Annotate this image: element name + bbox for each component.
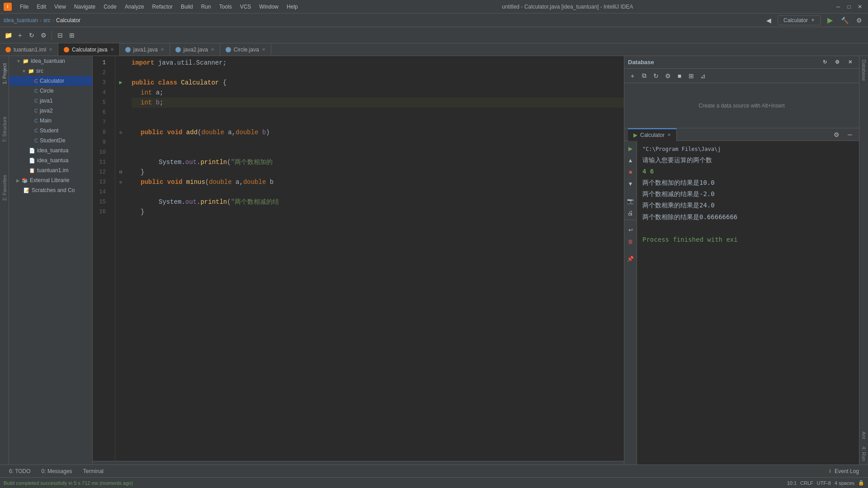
tree-item-main[interactable]: C Main xyxy=(9,116,92,126)
tab-circle-java[interactable]: Circle.java ✕ xyxy=(220,43,271,56)
nav-back-button[interactable]: ◀ xyxy=(763,15,774,26)
run-config-selector[interactable]: Calculator ▼ xyxy=(778,15,821,25)
tree-item-external-libraries[interactable]: ▶ 📚 External Librarie xyxy=(9,175,92,185)
menu-run[interactable]: Run xyxy=(198,3,215,11)
run-stop-btn[interactable]: ■ xyxy=(626,167,636,177)
menu-file[interactable]: File xyxy=(16,3,32,11)
breadcrumb-file[interactable]: Calculator xyxy=(56,17,80,23)
menu-navigate[interactable]: Navigate xyxy=(71,3,99,11)
run-down-btn[interactable]: ▼ xyxy=(626,179,636,189)
tree-item-student[interactable]: C Student xyxy=(9,126,92,136)
db-filter-btn[interactable]: ⊿ xyxy=(698,70,708,81)
db-btn-1[interactable]: ↻ xyxy=(819,57,830,68)
run-panel-close[interactable]: ─ xyxy=(844,129,855,140)
bottom-tab-event-log[interactable]: ℹ Event Log xyxy=(824,465,864,478)
tree-item-circle[interactable]: C Circle xyxy=(9,86,92,96)
maximize-button[interactable]: □ xyxy=(844,2,854,11)
toolbar-collapse-btn[interactable]: ⊟ xyxy=(55,30,66,41)
tree-item-studentde[interactable]: C StudentDe xyxy=(9,136,92,145)
run-pin-btn[interactable]: 📌 xyxy=(626,254,636,264)
tab-java1-java[interactable]: java1.java ✕ xyxy=(120,43,170,56)
editor-scrollbar[interactable] xyxy=(93,461,624,465)
tab-tuantuan-iml[interactable]: tuantuan1.iml ✕ xyxy=(0,43,58,56)
bottom-tab-terminal[interactable]: Terminal xyxy=(78,465,109,478)
menu-view[interactable]: View xyxy=(51,3,70,11)
breadcrumb-project[interactable]: idea_tuantuan xyxy=(4,17,38,23)
settings-button[interactable]: ⚙ xyxy=(854,15,864,26)
line-num-5: 5 xyxy=(93,98,109,108)
run-screenshot-btn[interactable]: 📷 xyxy=(626,196,636,206)
tab-close-java2[interactable]: ✕ xyxy=(211,47,214,52)
gutter-method-close-icon[interactable]: ⊟ xyxy=(115,167,126,177)
menu-window[interactable]: Window xyxy=(255,3,282,11)
build-button[interactable]: 🔨 xyxy=(839,15,850,26)
menu-code[interactable]: Code xyxy=(100,3,120,11)
code-text[interactable]: import java.util.Scanner; public class C… xyxy=(126,56,624,461)
tab-calculator-java[interactable]: Calculator.java ✕ xyxy=(58,43,120,56)
menu-build[interactable]: Build xyxy=(177,3,197,11)
sidebar-tab-favorites[interactable]: 2: Favorites xyxy=(0,171,9,204)
toolbar-settings-btn[interactable]: ⚙ xyxy=(38,30,49,41)
tree-item-idea2[interactable]: 📄 idea_tuantua xyxy=(9,155,92,165)
tree-item-java2[interactable]: C java2 xyxy=(9,106,92,116)
db-refresh-btn[interactable]: ↻ xyxy=(651,70,661,81)
run-output: "C:\Program Files\Java\j 请输入您要运算的两个数 4 6… xyxy=(637,141,859,465)
tree-item-idea1[interactable]: 📄 idea_tuantua xyxy=(9,145,92,155)
tab-icon-java1 xyxy=(125,47,131,52)
sidebar-tab-project[interactable]: 1: Project xyxy=(0,60,9,88)
run-restore-btn[interactable]: ↩ xyxy=(626,225,636,235)
toolbar-add-btn[interactable]: + xyxy=(14,30,25,41)
run-up-btn[interactable]: ▲ xyxy=(626,155,636,165)
run-settings-btn[interactable]: ⚙ xyxy=(831,129,842,140)
run-tab-close[interactable]: ✕ xyxy=(667,132,671,137)
tab-close-java1[interactable]: ✕ xyxy=(160,47,164,52)
run-tab-calculator[interactable]: ▶ Calculator ✕ xyxy=(628,128,677,141)
tree-item-src[interactable]: ▼ 📁 src xyxy=(9,66,92,76)
run-delete-btn[interactable]: 🗑 xyxy=(626,237,636,247)
gutter-method-icon-add[interactable]: ◇ xyxy=(115,127,126,137)
gutter-method-icon-minus[interactable]: ◇ xyxy=(115,177,126,187)
bottom-tab-messages[interactable]: 0: Messages xyxy=(36,465,78,478)
db-settings-btn[interactable]: ⚙ xyxy=(662,70,673,81)
db-table-btn[interactable]: ⊞ xyxy=(686,70,697,81)
tree-item-java1[interactable]: C java1 xyxy=(9,96,92,106)
line-num-8: 8 xyxy=(93,127,109,137)
db-btn-2[interactable]: ⚙ xyxy=(832,57,843,68)
tab-close-calculator[interactable]: ✕ xyxy=(110,47,114,52)
class-icon-student: C xyxy=(34,128,38,133)
gutter-run-icon[interactable]: ▶ xyxy=(115,78,126,88)
bottom-tab-todo[interactable]: 6: TODO xyxy=(4,465,36,478)
tab-java2-java[interactable]: java2.java ✕ xyxy=(170,43,220,56)
run-button[interactable]: ▶ xyxy=(825,15,835,26)
menu-help[interactable]: Help xyxy=(283,3,302,11)
minimize-button[interactable]: ─ xyxy=(834,2,843,11)
toolbar-sync-btn[interactable]: ↻ xyxy=(26,30,37,41)
run-play-btn[interactable]: ▶ xyxy=(626,144,636,154)
sidebar-tab-run[interactable]: 4: Run xyxy=(859,443,868,465)
menu-analyze[interactable]: Analyze xyxy=(121,3,148,11)
code-line-1: import java.util.Scanner; xyxy=(132,58,624,68)
sidebar-tab-database[interactable]: Database xyxy=(859,56,868,84)
menu-tools[interactable]: Tools xyxy=(216,3,236,11)
menu-refactor[interactable]: Refactor xyxy=(149,3,176,11)
run-print-btn[interactable]: 🖨 xyxy=(626,208,636,218)
sidebar-tab-structure[interactable]: 7: Structure xyxy=(0,113,9,146)
tab-close-iml[interactable]: ✕ xyxy=(49,47,52,52)
code-editor[interactable]: 1 2 3 4 5 6 7 8 9 10 11 12 13 14 15 16 xyxy=(93,56,624,461)
tree-item-idea-tuantuan[interactable]: ▼ 📁 idea_tuantuan xyxy=(9,56,92,66)
tree-item-tuantuan-iml[interactable]: 📋 tuantuan1.im xyxy=(9,165,92,175)
db-add-btn[interactable]: + xyxy=(627,70,638,81)
sidebar-tab-ant[interactable]: Ant xyxy=(859,428,868,443)
menu-vcs[interactable]: VCS xyxy=(236,3,255,11)
breadcrumb-src[interactable]: src xyxy=(43,17,51,23)
db-stop-btn[interactable]: ■ xyxy=(674,70,685,81)
toolbar-project-btn[interactable]: 📁 xyxy=(3,30,14,41)
tree-item-calculator[interactable]: C Calculator xyxy=(9,76,92,86)
toolbar-expand-btn[interactable]: ⊞ xyxy=(66,30,77,41)
menu-edit[interactable]: Edit xyxy=(33,3,50,11)
close-button[interactable]: ✕ xyxy=(855,2,864,11)
tree-item-scratches[interactable]: 📝 Scratches and Co xyxy=(9,185,92,195)
db-copy-btn[interactable]: ⧉ xyxy=(639,70,650,81)
tab-close-circle[interactable]: ✕ xyxy=(262,47,265,52)
db-btn-3[interactable]: ✕ xyxy=(844,57,855,68)
